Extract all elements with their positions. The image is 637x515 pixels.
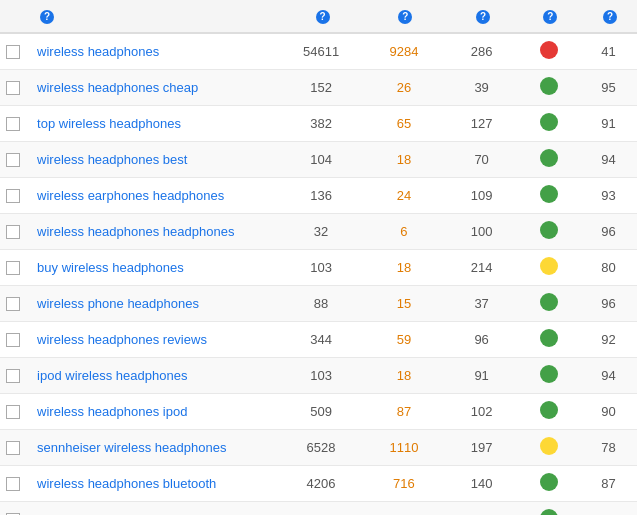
keyword-link[interactable]: top wireless headphones: [37, 116, 181, 131]
header-seo: ?: [580, 0, 637, 33]
seo-info-icon[interactable]: ?: [603, 10, 617, 24]
row-seo-cell: 41: [580, 33, 637, 70]
row-traffic-cell: 59: [363, 321, 446, 357]
row-keyword-cell: top wireless headphones: [31, 105, 280, 141]
keyword-link[interactable]: wireless phone headphones: [37, 296, 199, 311]
keyword-link[interactable]: wireless headphones reviews: [37, 332, 207, 347]
row-checkbox[interactable]: [6, 225, 20, 239]
kqi-indicator: [540, 185, 558, 203]
keyword-link[interactable]: ipod wireless headphones: [37, 368, 187, 383]
row-checkbox-cell: [0, 105, 31, 141]
row-checkbox[interactable]: [6, 45, 20, 59]
kqi-indicator: [540, 401, 558, 419]
kqi-info-icon[interactable]: ?: [543, 10, 557, 24]
row-checkbox[interactable]: [6, 441, 20, 455]
row-avg-cell: 1055: [280, 501, 363, 515]
row-seo-cell: 87: [580, 465, 637, 501]
row-traffic-cell: 9284: [363, 33, 446, 70]
kqi-indicator: [540, 257, 558, 275]
row-qsr-cell: 102: [445, 393, 518, 429]
row-qsr-cell: 140: [445, 465, 518, 501]
row-traffic-cell: 716: [363, 465, 446, 501]
row-seo-cell: 96: [580, 285, 637, 321]
row-qsr-cell: 39: [445, 69, 518, 105]
row-checkbox-cell: [0, 429, 31, 465]
row-traffic-cell: 18: [363, 249, 446, 285]
keyword-table: ? ? ? ? ?: [0, 0, 637, 515]
row-kqi-cell: [518, 105, 580, 141]
row-checkbox[interactable]: [6, 333, 20, 347]
row-checkbox-cell: [0, 321, 31, 357]
row-checkbox-cell: [0, 213, 31, 249]
row-avg-cell: 344: [280, 321, 363, 357]
row-seo-cell: 90: [580, 393, 637, 429]
row-checkbox-cell: [0, 501, 31, 515]
keyword-link[interactable]: wireless headphones cheap: [37, 80, 198, 95]
kqi-indicator: [540, 41, 558, 59]
table-row: buy wireless headphones 103 18 214 80: [0, 249, 637, 285]
table-row: wireless headphones cheap 152 26 39 95: [0, 69, 637, 105]
keyword-info-icon[interactable]: ?: [40, 10, 54, 24]
keyword-link[interactable]: sennheiser wireless headphones: [37, 440, 226, 455]
keyword-link[interactable]: tv wireless headphones: [37, 512, 173, 515]
keyword-link[interactable]: wireless earphones headphones: [37, 188, 224, 203]
table-row: sennheiser wireless headphones 6528 1110…: [0, 429, 637, 465]
keyword-link[interactable]: wireless headphones bluetooth: [37, 476, 216, 491]
row-seo-cell: 80: [580, 249, 637, 285]
table-header-row: ? ? ? ? ?: [0, 0, 637, 33]
keyword-link[interactable]: wireless headphones headphones: [37, 224, 234, 239]
keyword-link[interactable]: wireless headphones best: [37, 152, 187, 167]
main-table-container: ? ? ? ? ?: [0, 0, 637, 515]
table-row: wireless headphones headphones 32 6 100 …: [0, 213, 637, 249]
row-keyword-cell: wireless headphones: [31, 33, 280, 70]
row-checkbox[interactable]: [6, 189, 20, 203]
row-avg-cell: 509: [280, 393, 363, 429]
row-traffic-cell: 87: [363, 393, 446, 429]
keyword-link[interactable]: wireless headphones ipod: [37, 404, 187, 419]
row-checkbox-cell: [0, 465, 31, 501]
row-kqi-cell: [518, 213, 580, 249]
table-row: top wireless headphones 382 65 127 91: [0, 105, 637, 141]
row-checkbox[interactable]: [6, 477, 20, 491]
traffic-info-icon[interactable]: ?: [398, 10, 412, 24]
row-traffic-cell: 24: [363, 177, 446, 213]
row-seo-cell: 94: [580, 357, 637, 393]
row-keyword-cell: sennheiser wireless headphones: [31, 429, 280, 465]
row-avg-cell: 54611: [280, 33, 363, 70]
row-kqi-cell: [518, 393, 580, 429]
row-checkbox[interactable]: [6, 405, 20, 419]
row-traffic-cell: 18: [363, 141, 446, 177]
row-qsr-cell: 100: [445, 213, 518, 249]
table-row: wireless phone headphones 88 15 37 96: [0, 285, 637, 321]
row-avg-cell: 88: [280, 285, 363, 321]
row-kqi-cell: [518, 357, 580, 393]
row-seo-cell: 95: [580, 69, 637, 105]
avg-info-icon[interactable]: ?: [316, 10, 330, 24]
row-kqi-cell: [518, 429, 580, 465]
row-checkbox[interactable]: [6, 153, 20, 167]
row-kqi-cell: [518, 177, 580, 213]
row-checkbox[interactable]: [6, 117, 20, 131]
row-qsr-cell: 127: [445, 105, 518, 141]
row-avg-cell: 136: [280, 177, 363, 213]
keyword-link[interactable]: buy wireless headphones: [37, 260, 184, 275]
row-qsr-cell: 96: [445, 321, 518, 357]
row-keyword-cell: wireless headphones reviews: [31, 321, 280, 357]
row-keyword-cell: buy wireless headphones: [31, 249, 280, 285]
table-row: tv wireless headphones 1055 180 148 89: [0, 501, 637, 515]
keyword-link[interactable]: wireless headphones: [37, 44, 159, 59]
row-checkbox-cell: [0, 177, 31, 213]
row-qsr-cell: 91: [445, 357, 518, 393]
row-checkbox[interactable]: [6, 81, 20, 95]
qsr-info-icon[interactable]: ?: [476, 10, 490, 24]
row-checkbox[interactable]: [6, 261, 20, 275]
header-qsr: ?: [445, 0, 518, 33]
row-keyword-cell: wireless earphones headphones: [31, 177, 280, 213]
row-checkbox[interactable]: [6, 297, 20, 311]
row-kqi-cell: [518, 321, 580, 357]
kqi-indicator: [540, 221, 558, 239]
row-seo-cell: 78: [580, 429, 637, 465]
row-checkbox[interactable]: [6, 369, 20, 383]
row-checkbox-cell: [0, 285, 31, 321]
row-keyword-cell: wireless headphones best: [31, 141, 280, 177]
